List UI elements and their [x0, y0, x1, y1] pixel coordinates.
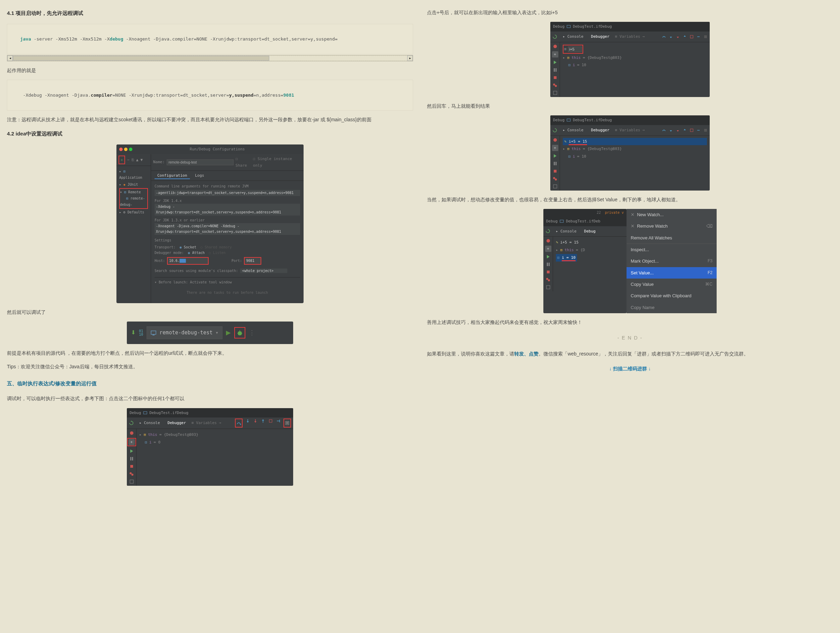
- down-icon[interactable]: ▼: [141, 156, 143, 164]
- down-arrow-icon: ⬇: [131, 328, 136, 338]
- svg-marker-31: [670, 37, 672, 38]
- run-to-cursor-icon[interactable]: [276, 418, 281, 423]
- layout-icon[interactable]: [129, 479, 134, 485]
- ctx-copy-name[interactable]: Copy Name: [627, 302, 717, 313]
- add-watch-button[interactable]: ＋: [552, 145, 558, 151]
- evaluate-expression-icon[interactable]: [283, 418, 291, 428]
- tab-console[interactable]: ▸ Console: [137, 419, 162, 427]
- ctx-copy-value[interactable]: Copy Value⌘C: [627, 279, 717, 290]
- share-like-link[interactable]: 转发、点赞: [514, 351, 538, 357]
- selected-variable-row[interactable]: ⊡ i = 10: [556, 254, 577, 262]
- run-config-selector[interactable]: remote-debug-test ▾: [147, 327, 223, 339]
- evaluate-icon[interactable]: [703, 35, 707, 39]
- remove-config-button[interactable]: −: [127, 156, 129, 164]
- svg-rect-68: [546, 286, 550, 289]
- debug-button-highlighted[interactable]: [234, 327, 245, 338]
- step-into-red-icon[interactable]: [676, 35, 680, 39]
- ctx-inspect[interactable]: Inspect...: [627, 244, 717, 255]
- drop-frame-icon[interactable]: [268, 418, 273, 423]
- variable-row[interactable]: ⊡ i = 0: [139, 439, 291, 446]
- scroll-right-button[interactable]: ▸: [407, 55, 413, 61]
- restart-icon[interactable]: [553, 34, 557, 39]
- ctx-mark-object[interactable]: Mark Object...F3: [627, 255, 717, 267]
- port-input[interactable]: 9081: [244, 257, 261, 265]
- scroll-track[interactable]: [13, 56, 407, 61]
- ctx-compare[interactable]: Compare Value with Clipboard: [627, 290, 717, 302]
- step-into-icon[interactable]: [669, 35, 673, 39]
- svg-rect-26: [130, 465, 133, 468]
- watch-result-row[interactable]: ✎ i+5 = 15: [563, 138, 707, 145]
- tab-logs[interactable]: Logs: [192, 172, 207, 178]
- restart-icon[interactable]: [553, 128, 557, 133]
- tree-item[interactable]: ▸ ◆ JUnit: [119, 181, 148, 188]
- step-out-icon[interactable]: [683, 35, 687, 39]
- step-over-icon[interactable]: [662, 35, 666, 39]
- tree-item-remote-selected[interactable]: ▾ ⊞ Remote ⊞ remote-debug-: [119, 188, 148, 209]
- svg-point-58: [555, 178, 557, 180]
- svg-rect-24: [130, 457, 131, 461]
- run-button-icon[interactable]: ▶: [226, 327, 231, 338]
- layout-icon[interactable]: [553, 90, 558, 96]
- tree-item[interactable]: ▸ ⊞ Application: [119, 168, 148, 181]
- step-into-icon[interactable]: [245, 418, 250, 423]
- add-config-button[interactable]: ＋: [118, 156, 125, 164]
- ctx-remove-watch[interactable]: ✕ Remove Watch⌫: [627, 220, 717, 232]
- variable-row[interactable]: ▸ ⊞ this = {DebugTest@803}: [139, 431, 291, 439]
- config-name-input[interactable]: [167, 159, 233, 165]
- run-to-cursor-icon[interactable]: [696, 35, 701, 39]
- up-icon[interactable]: ▲: [136, 156, 139, 164]
- svg-point-37: [553, 45, 557, 48]
- tab-console[interactable]: ▸ Console: [561, 33, 586, 41]
- svg-rect-30: [567, 25, 570, 28]
- tab-configuration[interactable]: Configuration: [155, 172, 190, 179]
- svg-rect-1: [153, 335, 155, 335]
- svg-marker-15: [262, 419, 264, 421]
- ctx-remove-all[interactable]: Remove All Watches: [627, 232, 717, 243]
- scroll-thumb[interactable]: [13, 56, 269, 61]
- force-step-into-icon[interactable]: [253, 418, 258, 423]
- add-watch-button[interactable]: ＋: [552, 51, 558, 57]
- rerun-icon[interactable]: [553, 44, 558, 49]
- restart-icon[interactable]: [129, 421, 134, 425]
- rerun-icon[interactable]: [129, 430, 134, 436]
- copy-config-icon[interactable]: ⎘: [132, 156, 134, 164]
- tab-debugger[interactable]: Debugger: [589, 33, 612, 41]
- tab-console[interactable]: ▸ Console: [561, 126, 586, 134]
- svg-rect-59: [553, 185, 557, 188]
- stop-icon[interactable]: [129, 464, 134, 469]
- remote-debug-toolbar-screenshot: ⬇ 0110 remote-debug-test ▾ ▶ ⋮: [127, 322, 293, 344]
- expression-input[interactable]: [568, 46, 582, 52]
- scroll-left-button[interactable]: ◂: [7, 55, 13, 61]
- svg-marker-38: [554, 61, 557, 64]
- svg-point-61: [546, 239, 550, 243]
- paragraph: 调试时，可以临时执行一些表达式，参考下图：点击这二个图标中的任何1个都可以: [7, 394, 413, 403]
- breakpoints-icon[interactable]: [129, 471, 134, 477]
- svg-marker-11: [247, 421, 249, 423]
- resume-icon[interactable]: [553, 60, 558, 65]
- host-input[interactable]: 10.6.▇▇▇: [167, 257, 208, 265]
- svg-point-43: [555, 85, 557, 87]
- resume-icon[interactable]: [129, 448, 134, 454]
- tree-item[interactable]: ▸ ⚙ Defaults: [119, 209, 148, 216]
- tips-paragraph: Tips：欢迎关注微信公众号：Java后端，每日技术博文推送。: [7, 362, 413, 371]
- svg-rect-29: [130, 480, 133, 483]
- stop-icon[interactable]: [553, 75, 558, 81]
- tab-debugger[interactable]: Debugger: [589, 126, 612, 134]
- ctx-set-value[interactable]: Set Value...F2: [627, 267, 717, 279]
- pause-icon[interactable]: [129, 456, 134, 461]
- drop-frame-icon[interactable]: [690, 35, 694, 39]
- breakpoints-icon[interactable]: [553, 82, 558, 88]
- config-tree: ▸ ⊞ Application ▸ ◆ JUnit ▾ ⊞ Remote ⊞ r…: [117, 166, 151, 218]
- svg-marker-48: [684, 129, 686, 130]
- tab-debugger[interactable]: Debugger: [166, 419, 188, 427]
- add-watch-button[interactable]: ＋: [129, 439, 135, 445]
- svg-point-42: [553, 84, 555, 85]
- horizontal-scrollbar[interactable]: ◂ ▸: [7, 55, 413, 61]
- ctx-new-watch[interactable]: ✕ New Watch...: [627, 209, 717, 220]
- step-over-icon[interactable]: [235, 418, 243, 428]
- module-select[interactable]: <whole project>: [240, 268, 287, 273]
- step-out-icon[interactable]: [261, 418, 265, 423]
- svg-rect-34: [690, 35, 693, 38]
- qr-prompt: ↓ 扫描二维码进群 ↓: [427, 365, 833, 373]
- pause-icon[interactable]: [553, 67, 558, 73]
